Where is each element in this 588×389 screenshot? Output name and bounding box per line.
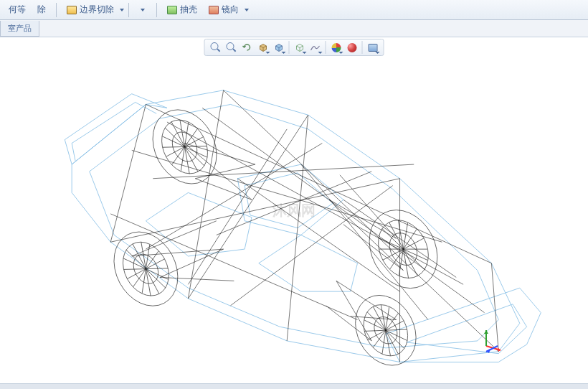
chevron-down-icon — [303, 52, 307, 54]
separator — [128, 3, 129, 17]
separator — [56, 3, 57, 17]
sphere-icon — [347, 43, 356, 52]
svg-line-32 — [126, 242, 166, 296]
tab-bar: 室产品 — [0, 20, 588, 37]
capture-icon — [368, 44, 377, 52]
magnifier-icon — [211, 42, 221, 52]
viewport-3d[interactable]: 沐风网 — [0, 37, 588, 383]
mirror-icon — [209, 6, 219, 14]
cube-icon — [258, 43, 267, 52]
separator — [362, 41, 363, 54]
chevron-down-icon — [339, 52, 343, 54]
svg-line-10 — [165, 120, 204, 174]
tool-label: 何等 — [9, 4, 26, 16]
chevron-down-icon — [282, 52, 286, 54]
view-toolbar — [204, 39, 384, 56]
arrow-rotate-icon — [242, 42, 252, 52]
tab-room-product[interactable]: 室产品 — [0, 21, 39, 37]
section-view-button[interactable] — [255, 40, 271, 55]
cube-wire-icon — [295, 43, 304, 52]
prev-view-button[interactable] — [240, 40, 255, 55]
shell-button[interactable]: 抽壳 — [163, 2, 201, 17]
separator — [156, 3, 157, 17]
tab-label: 室产品 — [8, 24, 32, 32]
separator — [326, 41, 326, 54]
chevron-down-icon — [376, 52, 380, 54]
tool-button-1[interactable]: 何等 — [4, 2, 30, 17]
display-style-button[interactable] — [271, 40, 287, 55]
orientation-triad[interactable] — [480, 324, 509, 353]
magnifier-icon — [227, 42, 237, 52]
svg-marker-49 — [486, 349, 490, 353]
dropdown-icon[interactable] — [245, 9, 249, 11]
shell-icon — [167, 6, 177, 14]
svg-marker-47 — [484, 330, 488, 334]
tool-label: 抽壳 — [180, 4, 197, 16]
tool-label: 除 — [37, 4, 46, 16]
color-sphere-icon — [331, 43, 341, 52]
chevron-down-icon — [318, 52, 323, 54]
boundary-cut-icon — [67, 6, 77, 14]
chevron-down-icon — [266, 52, 270, 54]
tool-label: 边界切除 — [80, 4, 114, 16]
zoom-area-button[interactable] — [224, 40, 240, 55]
screen-capture-button[interactable] — [365, 40, 381, 55]
curve-icon — [310, 43, 321, 52]
dropdown-icon[interactable] — [141, 9, 145, 11]
hide-show-button[interactable] — [292, 40, 308, 55]
main-toolbar: 何等 除 边界切除 抽壳 镜向 — [0, 0, 588, 20]
boundary-cut-button[interactable]: 边界切除 — [62, 2, 118, 17]
scene-button[interactable] — [308, 40, 323, 55]
separator — [289, 41, 290, 54]
appearance-button[interactable] — [328, 40, 344, 55]
dropdown-icon[interactable] — [120, 9, 124, 11]
tool-button-2[interactable]: 除 — [33, 2, 50, 17]
render-button[interactable] — [344, 40, 360, 55]
tool-label: 镜向 — [222, 4, 239, 16]
status-bar — [0, 383, 588, 389]
cube-icon — [274, 43, 283, 52]
mirror-button[interactable]: 镜向 — [204, 2, 243, 17]
zoom-fit-button[interactable] — [208, 40, 224, 55]
